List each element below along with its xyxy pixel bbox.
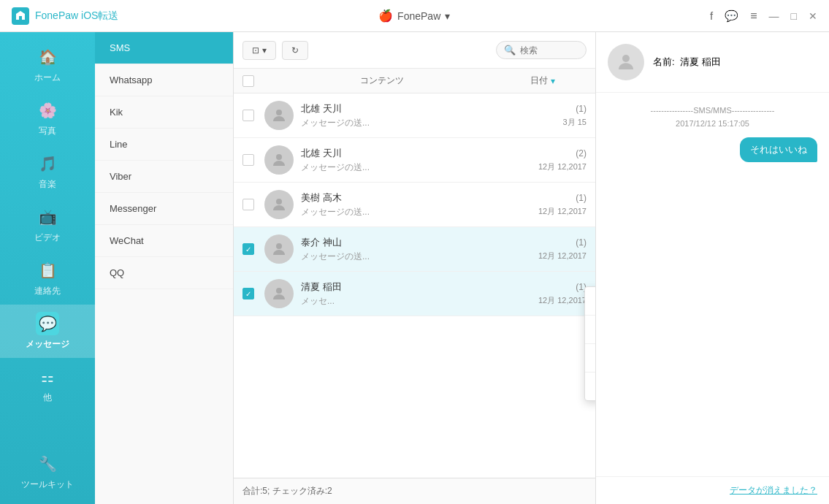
context-menu-item-export[interactable]: エクスポート ▶ — [585, 344, 595, 372]
main-layout: 🏠 ホーム 🌸 写真 🎵 音楽 📺 ビデオ 📋 連絡先 💬 メッセージ ⚏ 他 — [0, 32, 829, 504]
table-row[interactable]: 北雄 天川 メッセージの送... (1) 3月 15 — [234, 93, 595, 138]
toolbar-left: ⊡ ▾ ↻ — [242, 41, 308, 60]
detail-messages: ----------------SMS/MMS---------------- … — [596, 93, 829, 476]
row-check-3[interactable] — [242, 199, 264, 210]
table-row[interactable]: 北雄 天川 メッセージの送... (2) 12月 12,2017 — [234, 138, 595, 183]
sidebar-item-music[interactable]: 🎵 音楽 — [0, 145, 95, 198]
checkbox-4[interactable]: ✓ — [242, 243, 254, 255]
checkbox-1[interactable] — [242, 110, 254, 121]
app-logo — [12, 7, 29, 25]
row-right-5: (1) 12月 12,2017 — [513, 282, 587, 306]
detail-avatar — [608, 44, 644, 80]
titlebar-right: f 💬 ≡ — □ ✕ — [710, 9, 817, 23]
svg-point-5 — [622, 55, 630, 62]
sidebar-item-video[interactable]: 📺 ビデオ — [0, 198, 95, 251]
toolkit-icon: 🔧 — [36, 452, 59, 476]
checkbox-5[interactable]: ✓ — [242, 288, 254, 299]
sidebar-label-other: 他 — [43, 392, 52, 404]
minimize-button[interactable]: — — [769, 10, 779, 22]
checkbox-2[interactable] — [242, 154, 254, 166]
titlebar-left: FonePaw iOS転送 — [12, 7, 118, 25]
apple-icon: 🍎 — [378, 9, 393, 23]
context-menu-item-add-contact[interactable]: 連絡先に追加 ▶ — [585, 373, 595, 400]
row-name-3: 美樹 高木 — [301, 191, 513, 205]
list-header: コンテンツ 日付 ▾ — [234, 69, 595, 93]
viber-label: Viber — [110, 171, 131, 182]
row-check-1[interactable] — [242, 110, 264, 121]
data-lost-link[interactable]: データが消えました？ — [730, 484, 817, 497]
avatar-3 — [264, 190, 294, 219]
row-check-4[interactable]: ✓ — [242, 243, 264, 255]
sidebar-item-home[interactable]: 🏠 ホーム — [0, 38, 95, 91]
row-date-5: 12月 12,2017 — [538, 295, 587, 306]
menu-icon[interactable]: ≡ — [750, 9, 757, 23]
export-icon: ⊡ — [252, 45, 259, 56]
export-button[interactable]: ⊡ ▾ — [242, 41, 276, 60]
sidebar-item-photos[interactable]: 🌸 写真 — [0, 91, 95, 145]
context-menu-item-uncheck[interactable]: 未チェック — [585, 316, 595, 343]
select-all-checkbox[interactable] — [242, 75, 254, 87]
date-dropdown-icon[interactable]: ▾ — [551, 76, 555, 86]
maximize-button[interactable]: □ — [791, 10, 797, 22]
sidebar-item-messages[interactable]: 💬 メッセージ — [0, 305, 95, 358]
svg-point-2 — [276, 199, 282, 205]
msg-type-line[interactable]: Line — [95, 129, 233, 161]
detail-bubble: それはいいね — [740, 137, 817, 162]
msg-type-whatsapp[interactable]: Whatsapp — [95, 64, 233, 96]
wechat-label: WeChat — [110, 235, 144, 246]
sidebar-label-messages: メッセージ — [26, 338, 69, 351]
app-title: FonePaw iOS転送 — [35, 9, 118, 23]
search-icon: 🔍 — [504, 45, 516, 56]
avatar-4 — [264, 234, 294, 264]
detail-footer: データが消えました？ — [596, 476, 829, 504]
row-check-5[interactable]: ✓ — [242, 288, 264, 299]
msg-type-qq[interactable]: QQ — [95, 257, 233, 289]
detail-name-label: 名前: — [653, 56, 675, 67]
sidebar-item-contacts[interactable]: 📋 連絡先 — [0, 251, 95, 305]
facebook-icon[interactable]: f — [710, 9, 713, 22]
detail-header: 名前: 清夏 稲田 — [596, 32, 829, 93]
sidebar-item-other[interactable]: ⚏ 他 — [0, 358, 95, 411]
msg-type-viber[interactable]: Viber — [95, 161, 233, 193]
row-info-2: 北雄 天川 メッセージの送... — [301, 147, 513, 174]
row-right-2: (2) 12月 12,2017 — [513, 148, 587, 172]
refresh-button[interactable]: ↻ — [282, 41, 308, 60]
avatar-1 — [264, 101, 294, 130]
context-menu-item-check-all[interactable]: 全てチェック — [585, 287, 595, 315]
row-count-1: (1) — [576, 104, 587, 114]
detail-sys-msg: ----------------SMS/MMS---------------- … — [608, 104, 817, 130]
device-dropdown-icon[interactable]: ▾ — [445, 10, 450, 22]
avatar-5 — [264, 279, 294, 308]
detail-name-group: 名前: 清夏 稲田 — [653, 56, 721, 69]
messages-icon: 💬 — [36, 312, 59, 335]
table-row[interactable]: ✓ 清夏 稲田 メッセ... (1) 12月 12,2017 — [234, 272, 595, 316]
msg-type-wechat[interactable]: WeChat — [95, 225, 233, 257]
home-icon: 🏠 — [36, 45, 59, 69]
close-button[interactable]: ✕ — [809, 10, 817, 22]
msg-type-messenger[interactable]: Messenger — [95, 193, 233, 225]
row-check-2[interactable] — [242, 154, 264, 166]
messages-list: 北雄 天川 メッセージの送... (1) 3月 15 — [234, 93, 595, 478]
search-input[interactable] — [520, 45, 578, 56]
status-text: 合計:5; チェック済み:2 — [242, 485, 332, 497]
table-row[interactable]: 美樹 高木 メッセージの送... (1) 12月 12,2017 — [234, 183, 595, 227]
message-icon[interactable]: 💬 — [725, 9, 738, 23]
sys-msg-line1: ----------------SMS/MMS---------------- — [608, 104, 817, 118]
toolbar: ⊡ ▾ ↻ 🔍 — [234, 32, 595, 69]
messenger-label: Messenger — [110, 203, 156, 214]
row-preview-1: メッセージの送... — [301, 117, 513, 129]
detail-name-value: 清夏 稲田 — [680, 56, 721, 67]
table-row[interactable]: ✓ 泰介 神山 メッセージの送... (1) 12月 12,2017 — [234, 227, 595, 272]
msg-type-sms[interactable]: SMS — [95, 32, 233, 64]
header-check — [242, 75, 264, 87]
row-right-3: (1) 12月 12,2017 — [513, 193, 587, 217]
row-preview-3: メッセージの送... — [301, 206, 513, 218]
row-info-3: 美樹 高木 メッセージの送... — [301, 191, 513, 218]
checkbox-3[interactable] — [242, 199, 254, 210]
row-count-2: (2) — [576, 148, 587, 159]
msg-type-kik[interactable]: Kik — [95, 96, 233, 129]
context-menu: 全てチェック 未チェック エクスポート ▶ 連絡先に追加 ▶ — [584, 286, 595, 401]
sidebar-item-toolkit[interactable]: 🔧 ツールキット — [0, 445, 95, 498]
device-name: FonePaw — [397, 10, 440, 22]
header-content-label: コンテンツ — [264, 75, 499, 87]
